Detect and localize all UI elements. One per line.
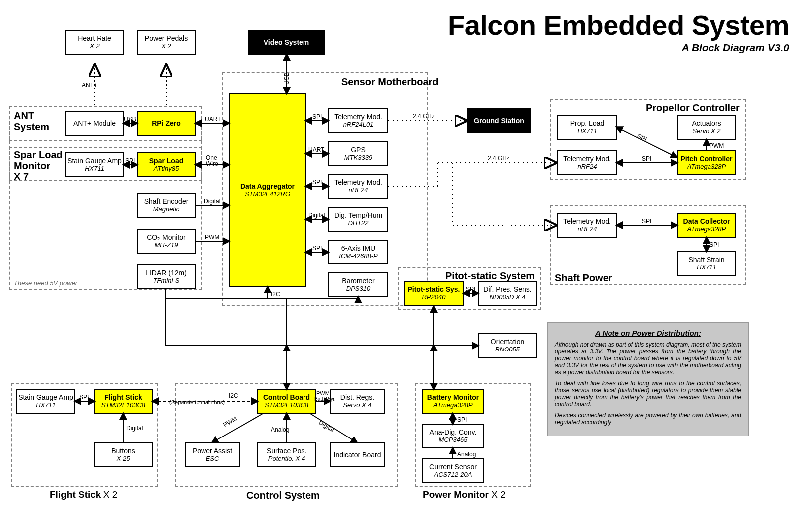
svg-text:Digital: Digital (204, 198, 220, 205)
svg-text:2.4 GHz: 2.4 GHz (488, 155, 509, 162)
svg-text:SPI: SPI (125, 157, 135, 164)
svg-text:(Separate to main bus): (Separate to main bus) (169, 399, 225, 405)
svg-text:SPI: SPI (642, 155, 651, 162)
svg-text:Digital: Digital (308, 212, 325, 219)
svg-text:SPI: SPI (312, 245, 322, 252)
svg-text:SPI: SPI (312, 179, 322, 186)
svg-text:PWM: PWM (710, 142, 724, 149)
svg-text:SPI: SPI (710, 241, 719, 248)
svg-line-50 (617, 127, 677, 157)
svg-text:ANT+: ANT+ (82, 82, 97, 88)
svg-text:Wire: Wire (206, 160, 218, 167)
svg-text:2.4 GHz: 2.4 GHz (413, 113, 435, 120)
svg-text:PWM: PWM (222, 415, 238, 429)
svg-text:USB: USB (124, 116, 136, 123)
svg-text:PWM: PWM (205, 234, 219, 241)
svg-text:Digital: Digital (126, 425, 143, 432)
svg-line-67 (212, 414, 263, 442)
svg-text:USB: USB (283, 72, 290, 85)
svg-text:SPI: SPI (636, 132, 648, 143)
svg-text:PWM: PWM (316, 390, 330, 396)
svg-text:I2C: I2C (229, 392, 238, 399)
svg-text:Analog: Analog (457, 451, 476, 458)
svg-text:UART: UART (205, 116, 221, 123)
svg-text:Analog: Analog (271, 426, 289, 433)
svg-text:SPI: SPI (79, 394, 89, 401)
connectors-layer: ANT+ USB UART SPI OneWire Digital PWM US… (0, 0, 812, 525)
svg-text:I2C: I2C (271, 291, 280, 298)
svg-text:SPI: SPI (457, 416, 467, 423)
svg-text:SPI: SPI (642, 218, 651, 225)
svg-text:Digital: Digital (318, 419, 336, 433)
svg-text:UART: UART (308, 146, 325, 153)
svg-text:SPI: SPI (312, 113, 322, 120)
svg-text:Batt. Pwr.: Batt. Pwr. (314, 396, 336, 402)
svg-text:SPI: SPI (466, 286, 475, 293)
